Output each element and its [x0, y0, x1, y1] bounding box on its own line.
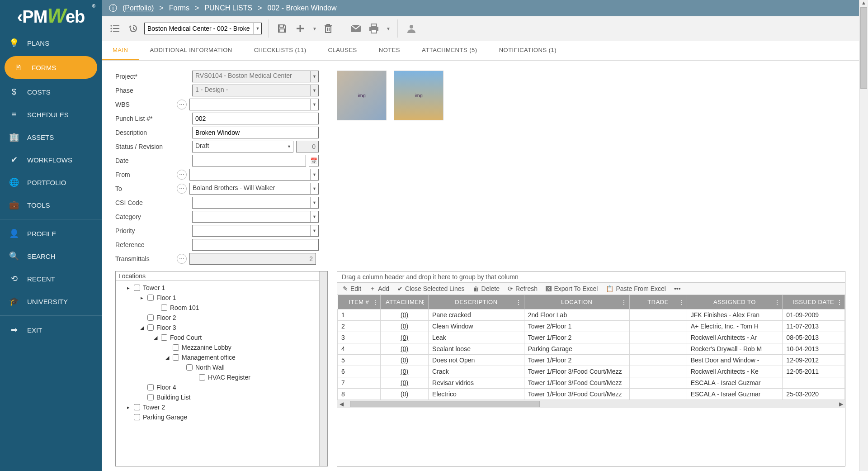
- history-icon[interactable]: [126, 21, 141, 36]
- sidebar-item-recent[interactable]: ⟲RECENT: [0, 267, 102, 290]
- chevron-down-icon[interactable]: ▼: [310, 71, 318, 82]
- record-selector[interactable]: [144, 23, 262, 34]
- tree-checkbox[interactable]: [134, 414, 140, 420]
- add-dropdown-icon[interactable]: ▼: [311, 21, 317, 36]
- attachments-link[interactable]: (0): [401, 368, 408, 375]
- tree-node[interactable]: ▸Floor 1: [119, 293, 324, 303]
- table-row[interactable]: 5(0)Does not OpenTower 1/Floor 2Best Doo…: [338, 355, 845, 366]
- tree-checkbox[interactable]: [134, 285, 140, 291]
- chevron-down-icon[interactable]: ▼: [310, 99, 318, 110]
- tree-node[interactable]: North Wall: [119, 362, 324, 372]
- list-icon[interactable]: [108, 21, 123, 36]
- attachments-link[interactable]: (0): [401, 379, 408, 386]
- sidebar-item-portfolio[interactable]: 🌐PORTFOLIO: [0, 171, 102, 194]
- grid-add-button[interactable]: ＋ Add: [369, 285, 389, 293]
- chevron-down-icon[interactable]: ▼: [310, 183, 318, 194]
- chevron-down-icon[interactable]: ▼: [310, 85, 318, 96]
- grid-paste-button[interactable]: 📋 Paste From Excel: [606, 285, 665, 292]
- column-header[interactable]: TRADE⋮: [629, 295, 687, 309]
- vertical-scrollbar[interactable]: [319, 271, 327, 466]
- breadcrumb-portfolio[interactable]: (Portfolio): [123, 4, 154, 12]
- attachment-thumb[interactable]: img: [394, 71, 443, 120]
- tab-clauses[interactable]: CLAUSES: [317, 41, 368, 60]
- sidebar-item-search[interactable]: 🔍SEARCH: [0, 245, 102, 267]
- calendar-icon[interactable]: 📅: [309, 155, 319, 167]
- grid-edit-button[interactable]: ✎ Edit: [343, 285, 361, 292]
- print-icon[interactable]: [367, 21, 381, 36]
- column-menu-icon[interactable]: ⋮: [836, 299, 843, 306]
- table-row[interactable]: 6(0)CrackTower 1/Floor 3/Food Court/Mezz…: [338, 366, 845, 377]
- phase-select[interactable]: 1 - Design -▼: [192, 85, 319, 96]
- tree-node[interactable]: HVAC Register: [119, 372, 324, 382]
- grid-close-lines-button[interactable]: ✔ Close Selected Lines: [397, 285, 465, 292]
- tree-checkbox[interactable]: [173, 344, 179, 351]
- tree-twist-icon[interactable]: ◢: [165, 355, 170, 361]
- delete-icon[interactable]: [321, 21, 335, 36]
- attachments-link[interactable]: (0): [401, 334, 408, 341]
- category-select[interactable]: ▼: [192, 211, 319, 223]
- ellipsis-icon[interactable]: ⋯: [177, 254, 187, 264]
- grid-refresh-button[interactable]: ⟳ Refresh: [508, 285, 538, 292]
- column-header[interactable]: LOCATION⋮: [524, 295, 629, 309]
- tree-node[interactable]: Room 101: [119, 303, 324, 313]
- tree-node[interactable]: ▸Tower 1: [119, 283, 324, 293]
- sidebar-item-costs[interactable]: $COSTS: [0, 81, 102, 103]
- attachment-thumb[interactable]: img: [337, 71, 387, 120]
- tree-node[interactable]: Mezzanine Lobby: [119, 343, 324, 352]
- status-select[interactable]: Draft▼: [192, 141, 293, 152]
- column-menu-icon[interactable]: ⋮: [372, 299, 379, 306]
- tree-node[interactable]: ◢Floor 3: [119, 323, 324, 333]
- reference-input[interactable]: [192, 239, 319, 251]
- tree-node[interactable]: ◢Food Court: [119, 333, 324, 343]
- tree-node[interactable]: ◢Management office: [119, 352, 324, 362]
- punchlist-no-input[interactable]: [192, 113, 319, 124]
- date-input[interactable]: [192, 155, 306, 167]
- table-row[interactable]: 3(0)LeakTower 1/Floor 2Rockwell Architec…: [338, 332, 845, 343]
- sidebar-item-forms[interactable]: 🗎FORMS: [5, 56, 97, 79]
- page-scrollbar[interactable]: ▲: [859, 0, 868, 471]
- column-header[interactable]: ITEM #⋮: [338, 295, 381, 309]
- tab-attachments-5-[interactable]: ATTACHMENTS (5): [411, 41, 488, 60]
- chevron-down-icon[interactable]: ▼: [310, 169, 318, 180]
- to-select[interactable]: Boland Brothers - Will Walker▼: [189, 183, 319, 195]
- tree-checkbox[interactable]: [199, 374, 205, 381]
- table-row[interactable]: 7(0)Revisar vidriosTower 1/Floor 3/Food …: [338, 377, 845, 389]
- ellipsis-icon[interactable]: ⋯: [177, 170, 187, 180]
- horizontal-scrollbar[interactable]: ◀ ▶: [337, 400, 845, 408]
- grid-more-icon[interactable]: •••: [674, 285, 681, 292]
- project-select[interactable]: RVS0104 - Boston Medical Center▼: [192, 71, 319, 82]
- tab-additional-information[interactable]: ADDITIONAL INFORMATION: [139, 41, 243, 60]
- description-input[interactable]: [192, 127, 319, 138]
- sidebar-item-tools[interactable]: 💼TOOLS: [0, 194, 102, 216]
- from-select[interactable]: ▼: [189, 169, 319, 181]
- table-row[interactable]: 4(0)Sealant looseParking GarageRocker's …: [338, 343, 845, 355]
- attachments-link[interactable]: (0): [401, 323, 408, 330]
- tree-checkbox[interactable]: [147, 295, 154, 301]
- tree-node[interactable]: Floor 4: [119, 382, 324, 392]
- column-menu-icon[interactable]: ⋮: [678, 299, 685, 306]
- tree-checkbox[interactable]: [173, 354, 179, 361]
- tree-node[interactable]: ▸Tower 2: [119, 402, 324, 412]
- sidebar-item-profile[interactable]: 👤PROFILE: [0, 222, 102, 245]
- mail-icon[interactable]: [349, 21, 363, 36]
- column-header[interactable]: ISSUED DATE⋮: [783, 295, 845, 309]
- tree-checkbox[interactable]: [147, 394, 154, 400]
- sidebar-item-exit[interactable]: ➡EXIT: [0, 319, 102, 341]
- column-header[interactable]: ATTACHMEN⋮: [381, 295, 429, 309]
- tab-checklists-11-[interactable]: CHECKLISTS (11): [243, 41, 317, 60]
- tab-notes[interactable]: NOTES: [368, 41, 411, 60]
- table-row[interactable]: 2(0)Clean WindowTower 2/Floor 1A+ Electr…: [338, 321, 845, 332]
- tree-twist-icon[interactable]: ◢: [139, 325, 145, 331]
- record-selector-caret[interactable]: ▼: [254, 23, 262, 34]
- user-icon[interactable]: [404, 21, 419, 36]
- table-row[interactable]: 8(0)ElectricoTower 1/Floor 3/Food Court/…: [338, 389, 845, 400]
- sidebar-item-plans[interactable]: 💡PLANS: [0, 32, 102, 54]
- wbs-select[interactable]: ▼: [189, 99, 319, 110]
- grid-export-button[interactable]: X Export To Excel: [546, 285, 598, 292]
- add-icon[interactable]: [293, 21, 307, 36]
- sidebar-item-schedules[interactable]: ≡SCHEDULES: [0, 103, 102, 126]
- attachments-link[interactable]: (0): [401, 390, 408, 398]
- chevron-down-icon[interactable]: ▼: [310, 225, 318, 236]
- tree-checkbox[interactable]: [134, 404, 140, 410]
- tree-checkbox[interactable]: [161, 334, 167, 341]
